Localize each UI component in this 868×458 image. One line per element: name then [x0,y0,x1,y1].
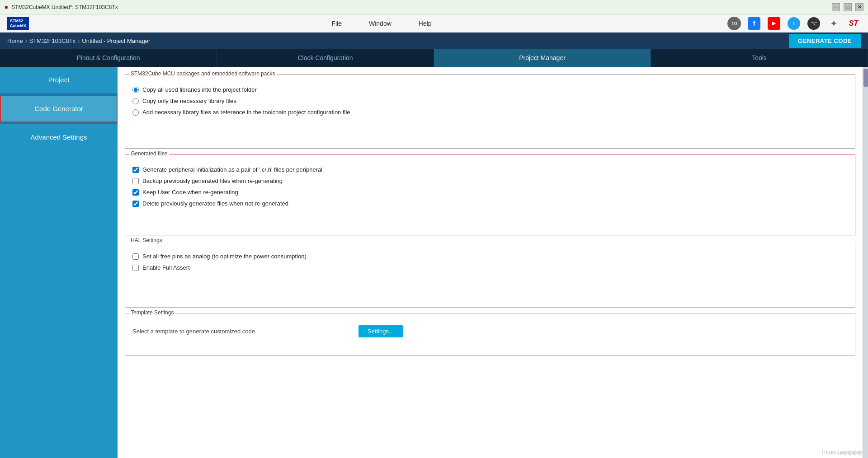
tab-project-manager[interactable]: Project Manager [434,49,651,67]
breadcrumb-current: Untitled - Project Manager [82,37,150,44]
copy-necessary-radio[interactable] [132,98,139,104]
hal-settings-title: HAL Settings [129,237,164,243]
option-copy-all: Copy all used libraries into the project… [132,86,848,93]
full-assert-checkbox[interactable] [132,265,139,271]
option-keep-user-code: Keep User Code when re-generating [132,189,848,196]
watermark: CSDN @哈哈哈哈t [822,449,863,456]
scrollbar[interactable] [863,67,868,458]
option-gen-peripheral: Generate peripheral initialization as a … [132,166,848,173]
hal-settings-section: HAL Settings Set all free pins as analog… [125,241,855,308]
st-logo-icon[interactable]: ST [846,16,861,31]
generated-files-section: Generated files Generate peripheral init… [125,154,855,235]
sidebar: Project Code Generator Advanced Settings [0,67,118,458]
title-bar: ■ STM32CubeMX Untitled*: STM32F103C8Tx —… [0,0,868,14]
template-description: Select a template to generate customized… [132,328,351,335]
sidebar-item-code-generator[interactable]: Code Generator [0,95,118,122]
tab-bar: Pinout & Configuration Clock Configurati… [0,49,868,67]
menu-items: File Window Help [36,20,727,27]
gen-peripheral-label[interactable]: Generate peripheral initialization as a … [142,166,322,173]
breadcrumb-home[interactable]: Home [7,37,23,44]
twitter-icon[interactable]: t [787,16,801,31]
analog-pins-label[interactable]: Set all free pins as analog (to optimize… [142,253,307,260]
copy-all-radio[interactable] [132,87,139,93]
app-icon: ■ [5,4,8,10]
delete-previously-label[interactable]: Delete previously generated files when n… [142,200,288,207]
breadcrumb-sep-2: › [77,36,80,46]
breadcrumb-chip[interactable]: STM32F103C8Tx [29,37,76,44]
app-logo: STM32CubeMX [0,17,36,30]
gen-peripheral-checkbox[interactable] [132,167,139,173]
option-delete-previously: Delete previously generated files when n… [132,200,848,207]
template-settings-title: Template Settings [129,309,175,316]
sidebar-item-project[interactable]: Project [0,67,118,93]
option-full-assert: Enable Full Assert [132,264,848,271]
title-bar-left: ■ STM32CubeMX Untitled*: STM32F103C8Tx [5,4,118,10]
sidebar-item-advanced-settings[interactable]: Advanced Settings [0,124,118,150]
mcu-packages-section: STM32Cube MCU packages and embedded soft… [125,74,855,149]
keep-user-code-checkbox[interactable] [132,189,139,196]
generated-files-title: Generated files [129,150,169,157]
scroll-thumb[interactable] [863,69,868,87]
menu-bar: STM32CubeMX File Window Help 10 f ▶ t ⌥ … [0,14,868,33]
github-icon[interactable]: ⌥ [807,16,821,31]
option-backup: Backup previously generated files when r… [132,178,848,184]
mcu-packages-title: STM32Cube MCU packages and embedded soft… [129,70,277,77]
copy-necessary-label[interactable]: Copy only the necessary library files [142,98,236,104]
full-assert-label[interactable]: Enable Full Assert [142,264,190,271]
copy-all-label[interactable]: Copy all used libraries into the project… [142,86,257,93]
breadcrumb-sep-1: › [25,36,28,46]
facebook-icon[interactable]: f [747,16,761,31]
main-layout: Project Code Generator Advanced Settings… [0,67,868,458]
add-reference-radio[interactable] [132,109,139,116]
menu-window[interactable]: Window [369,20,392,27]
youtube-icon[interactable]: ▶ [767,16,781,31]
template-settings-section: Template Settings Select a template to g… [125,313,855,356]
generate-code-button[interactable]: GENERATE CODE [789,34,861,48]
close-button[interactable]: ✕ [855,3,863,11]
title-bar-controls: — □ ✕ [832,3,863,11]
delete-previously-checkbox[interactable] [132,201,139,207]
title-bar-text: STM32CubeMX Untitled*: STM32F103C8Tx [11,4,118,10]
template-row: Select a template to generate customized… [132,325,848,337]
analog-pins-checkbox[interactable] [132,253,139,260]
logo-text: STM32CubeMX [7,17,29,30]
option-copy-necessary: Copy only the necessary library files [132,98,848,104]
settings-button[interactable]: Settings... [359,325,403,337]
content-area: STM32Cube MCU packages and embedded soft… [118,67,863,458]
add-reference-label[interactable]: Add necessary library files as reference… [142,109,350,116]
keep-user-code-label[interactable]: Keep User Code when re-generating [142,189,238,196]
backup-checkbox[interactable] [132,178,139,184]
option-add-reference: Add necessary library files as reference… [132,109,848,116]
menu-file[interactable]: File [331,20,342,27]
network-icon[interactable]: ✦ [826,16,841,31]
social-icons: 10 f ▶ t ⌥ ✦ ST [727,16,868,31]
menu-help[interactable]: Help [419,20,432,27]
tab-tools[interactable]: Tools [651,49,868,67]
option-analog-pins: Set all free pins as analog (to optimize… [132,253,848,260]
tab-clock[interactable]: Clock Configuration [217,49,434,67]
anniversary-icon[interactable]: 10 [727,16,741,31]
minimize-button[interactable]: — [832,3,840,11]
tab-pinout[interactable]: Pinout & Configuration [0,49,217,67]
backup-label[interactable]: Backup previously generated files when r… [142,178,283,184]
maximize-button[interactable]: □ [844,3,852,11]
breadcrumb: Home › STM32F103C8Tx › Untitled - Projec… [0,33,868,49]
